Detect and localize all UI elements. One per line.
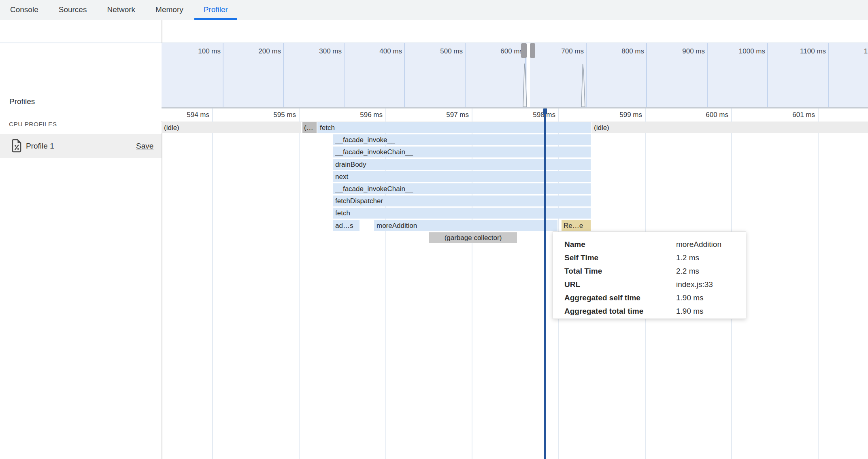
flame-bar-chip[interactable]: (… xyxy=(302,122,317,133)
cpu-activity-spikes xyxy=(162,43,868,107)
flame-bar-call[interactable]: __facade_invokeChain__ xyxy=(333,183,591,194)
flame-bar-native[interactable]: Re…e xyxy=(562,220,591,231)
flame-bar-call[interactable]: fetch xyxy=(317,122,591,133)
sidebar-heading: Profiles xyxy=(9,97,35,106)
tooltip-row: URLindex.js:33 xyxy=(564,278,746,291)
tooltip-value: 2.2 ms xyxy=(676,264,699,278)
tooltip-value: index.js:33 xyxy=(676,278,713,291)
flame-gridline xyxy=(818,108,819,459)
tooltip-label: Total Time xyxy=(564,264,676,278)
tooltip-row: Total Time2.2 ms xyxy=(564,264,746,278)
tooltip-row: Aggregated total time1.90 ms xyxy=(564,304,746,318)
frame-details-tooltip: NamemoreAdditionSelf Time1.2 msTotal Tim… xyxy=(553,232,746,319)
playhead-marker-tick xyxy=(543,108,547,114)
tooltip-value: 1.90 ms xyxy=(676,291,704,304)
devtools-tab-bar: ConsoleSourcesNetworkMemoryProfiler xyxy=(0,0,868,20)
devtools-profiler-panel: ConsoleSourcesNetworkMemoryProfiler Char… xyxy=(0,0,868,459)
selection-left-handle[interactable] xyxy=(521,43,527,58)
sidebar-item-profile-1[interactable]: Profile 1 Save xyxy=(0,134,162,158)
tooltip-row: NamemoreAddition xyxy=(564,238,746,251)
tooltip-value: 1.90 ms xyxy=(676,304,704,318)
flame-bar-call[interactable]: moreAddition xyxy=(374,220,557,231)
tooltip-label: URL xyxy=(564,278,676,291)
flame-bar-call[interactable]: ad…s xyxy=(333,220,360,231)
save-profile-link[interactable]: Save xyxy=(136,134,153,158)
flame-bar-call[interactable]: __facade_invoke__ xyxy=(333,134,591,145)
tooltip-row: Self Time1.2 ms xyxy=(564,251,746,264)
flame-bar-call[interactable]: fetchDispatcher xyxy=(333,196,591,206)
flame-bar-gc[interactable]: (garbage collector) xyxy=(429,232,517,243)
tooltip-row: Aggregated self time1.90 ms xyxy=(564,291,746,304)
flame-bar-call[interactable]: __facade_invokeChain__ xyxy=(333,147,591,157)
overview-selection-window[interactable] xyxy=(527,43,530,107)
tab-network[interactable]: Network xyxy=(98,0,145,20)
flame-bar-idle[interactable]: (idle) xyxy=(591,122,868,133)
tab-console[interactable]: Console xyxy=(1,0,48,20)
profile-name: Profile 1 xyxy=(26,134,54,158)
cpu-profiles-section-label: CPU PROFILES xyxy=(9,121,57,128)
tooltip-value: moreAddition xyxy=(676,238,721,251)
flame-bar-call[interactable]: fetch xyxy=(333,208,591,219)
tooltip-value: 1.2 ms xyxy=(676,251,699,264)
flame-gridline xyxy=(299,108,300,459)
profiles-sidebar: Profiles CPU PROFILES Profile 1 Save xyxy=(0,43,162,459)
profiler-toolbar: Chart xyxy=(0,20,868,43)
profile-document-icon xyxy=(12,139,22,154)
flame-chart[interactable]: (idle)(…fetch(idle)__facade_invoke____fa… xyxy=(162,108,868,459)
selection-right-handle[interactable] xyxy=(530,43,535,58)
tooltip-label: Aggregated self time xyxy=(564,291,676,304)
tooltip-label: Name xyxy=(564,238,676,251)
tooltip-label: Aggregated total time xyxy=(564,304,676,318)
flame-bar-call[interactable]: drainBody xyxy=(333,159,591,170)
tab-profiler[interactable]: Profiler xyxy=(194,0,237,20)
playhead-marker-line xyxy=(544,108,546,459)
timeline-overview[interactable]: 100 ms200 ms300 ms400 ms500 ms600 ms700 … xyxy=(162,43,868,108)
tooltip-label: Self Time xyxy=(564,251,676,264)
tab-memory[interactable]: Memory xyxy=(146,0,193,20)
tab-sources[interactable]: Sources xyxy=(49,0,96,20)
flame-bar-call[interactable]: next xyxy=(333,171,591,182)
flame-gridline xyxy=(212,108,213,459)
flame-bar-idle[interactable]: (idle) xyxy=(162,122,301,133)
